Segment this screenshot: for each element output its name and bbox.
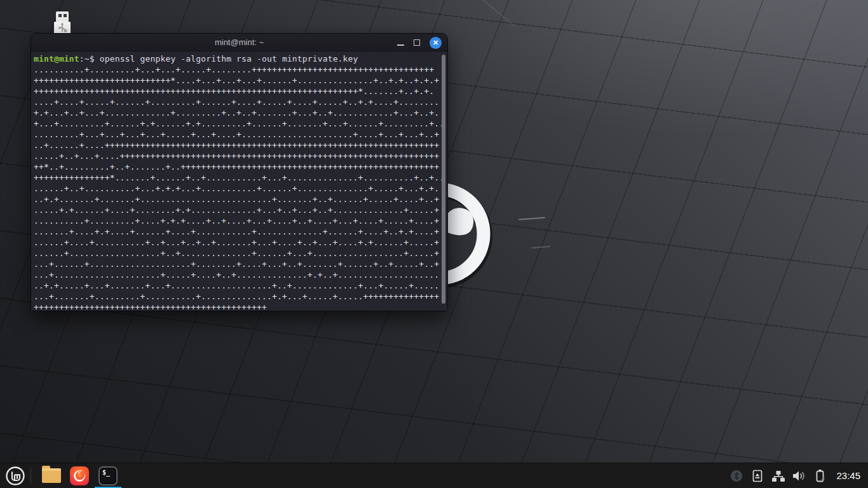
terminal-output: ..........+.........+...+...+.....+.....… — [34, 65, 444, 311]
terminal-window: mint@mint: ~ ✕ mint@mint:~$ openssl genp… — [31, 33, 448, 311]
panel-clock[interactable]: 23:45 — [836, 470, 860, 481]
terminal-scrollbar[interactable] — [442, 55, 445, 304]
wallpaper-highlight-streak — [519, 217, 545, 220]
panel-separator — [31, 468, 31, 484]
minimize-button[interactable] — [397, 44, 404, 46]
desktop-wallpaper: mint@mint: ~ ✕ mint@mint:~$ openssl genp… — [0, 0, 868, 463]
file-manager-launcher[interactable] — [37, 463, 65, 488]
mint-menu-button[interactable] — [0, 463, 31, 488]
network-tray-button[interactable] — [771, 468, 786, 484]
terminal-command: openssl genpkey -algorithm rsa -out mint… — [100, 54, 358, 64]
folder-icon — [42, 468, 61, 483]
terminal-window-button[interactable]: $_ — [93, 463, 123, 488]
taskbar: $_ — [0, 463, 868, 488]
firefox-icon — [69, 466, 90, 486]
bluetooth-icon — [730, 470, 743, 482]
terminal-titlebar[interactable]: mint@mint: ~ ✕ — [31, 34, 447, 51]
system-tray: 23:45 — [729, 468, 868, 484]
volume-tray-button[interactable] — [792, 468, 807, 484]
close-button[interactable]: ✕ — [430, 37, 442, 49]
eject-removable-media-icon — [751, 470, 764, 482]
removable-media-tray-button[interactable] — [750, 468, 765, 484]
speaker-volume-icon — [792, 470, 807, 482]
firefox-launcher[interactable] — [65, 463, 93, 488]
window-controls: ✕ — [397, 34, 442, 51]
wallpaper-highlight-streak — [480, 0, 515, 27]
usb-drive-desktop-icon[interactable] — [52, 10, 72, 36]
mint-logo-icon — [5, 466, 25, 486]
bluetooth-tray-button[interactable] — [729, 468, 744, 484]
terminal-icon: $_ — [98, 466, 118, 485]
battery-charging-icon — [814, 469, 827, 483]
power-tray-button[interactable] — [813, 468, 828, 484]
wallpaper-highlight-streak — [531, 246, 550, 248]
terminal-prompt: mint@mint — [34, 54, 79, 64]
terminal-content[interactable]: mint@mint:~$ openssl genpkey -algorithm … — [31, 51, 447, 311]
terminal-prompt-suffix: :~$ — [79, 54, 100, 64]
wired-network-icon — [771, 470, 785, 482]
window-title: mint@mint: ~ — [31, 37, 447, 47]
maximize-button[interactable] — [414, 39, 420, 46]
